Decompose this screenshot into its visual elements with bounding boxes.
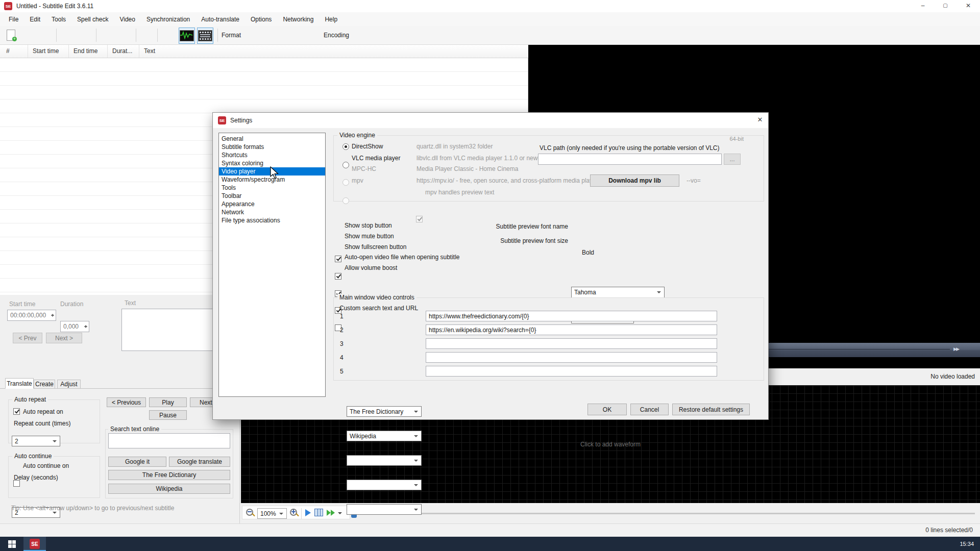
auto-continue-label[interactable]: Auto continue on <box>23 462 69 469</box>
search-row-5-engine[interactable] <box>347 504 422 515</box>
search-row-3-engine[interactable] <box>347 455 422 466</box>
taskbar-subtitle-edit-button[interactable]: SE <box>23 537 46 551</box>
duration-spinner[interactable]: 0,000 <box>60 321 89 332</box>
search-row-1-engine[interactable]: The Free Dictionary <box>347 406 422 417</box>
preview-font-name-select[interactable]: Tahoma <box>571 287 665 298</box>
category-appearance[interactable]: Appearance <box>219 200 325 208</box>
cancel-button[interactable]: Cancel <box>630 404 669 415</box>
waveform-zoom-select[interactable]: 100% <box>257 508 287 519</box>
play-waveform-icon[interactable] <box>305 509 311 516</box>
volume-boost-label[interactable]: Allow volume boost <box>345 264 397 271</box>
menu-auto-translate[interactable]: Auto-translate <box>195 16 245 23</box>
bold-label[interactable]: Bold <box>582 249 594 256</box>
minimize-button[interactable]: – <box>912 0 934 12</box>
download-mpv-button[interactable]: Download mpv lib <box>590 174 679 187</box>
dialog-title-bar[interactable]: SE Settings ✕ <box>213 113 768 128</box>
category-tools[interactable]: Tools <box>219 184 325 192</box>
show-stop-label[interactable]: Show stop button <box>345 222 392 229</box>
next-subtitle-button[interactable]: Next > <box>46 333 82 343</box>
wikipedia-button[interactable]: Wikipedia <box>108 484 230 494</box>
search-row-2-engine[interactable]: Wikipedia <box>347 431 422 441</box>
clock[interactable]: 15:34 <box>960 537 974 551</box>
google-translate-button[interactable]: Google translate <box>169 457 230 467</box>
new-file-icon[interactable]: + <box>4 29 17 42</box>
vlc-path-input[interactable] <box>538 154 722 165</box>
pause-button[interactable]: Pause <box>149 410 187 420</box>
show-fullscreen-label[interactable]: Show fullscreen button <box>345 243 406 251</box>
search-row-4-engine[interactable] <box>347 480 422 490</box>
position-slider-track[interactable] <box>352 513 975 514</box>
restore-defaults-button[interactable]: Restore default settings <box>672 404 750 415</box>
show-mute-checkbox[interactable] <box>335 273 341 280</box>
mpv-preview-checkbox[interactable] <box>416 216 423 222</box>
menu-options[interactable]: Options <box>245 16 277 23</box>
menu-spell-check[interactable]: Spell check <box>71 16 114 23</box>
toolbar-separator <box>56 29 57 42</box>
column-start-time[interactable]: Start time <box>28 45 69 58</box>
radio-directshow[interactable] <box>342 143 349 150</box>
column-text[interactable]: Text <box>139 45 528 58</box>
menu-video[interactable]: Video <box>114 16 140 23</box>
radio-mpc-hc[interactable] <box>342 179 349 186</box>
search-row-2-url[interactable]: https://en.wikipedia.org/wiki?search={0} <box>426 324 717 335</box>
category-toolbar[interactable]: Toolbar <box>219 192 325 200</box>
speed-dropdown-icon[interactable] <box>338 512 342 516</box>
tab-translate[interactable]: Translate <box>5 378 34 389</box>
search-row-1-url[interactable]: https://www.thefreedictionary.com/{0} <box>426 311 717 321</box>
category-shortcuts[interactable]: Shortcuts <box>219 151 325 159</box>
radio-mpv[interactable] <box>342 197 349 204</box>
menu-help[interactable]: Help <box>319 16 343 23</box>
vlc-path-browse-button[interactable]: ... <box>724 154 741 165</box>
auto-open-video-label[interactable]: Auto-open video file when opening subtit… <box>345 254 460 261</box>
previous-button[interactable]: < Previous <box>107 397 146 407</box>
fast-forward-icon[interactable]: ▶▶ <box>953 346 959 352</box>
column-duration[interactable]: Durat... <box>108 45 139 58</box>
dialog-close-button[interactable]: ✕ <box>752 113 768 128</box>
repeat-count-label: Repeat count (times) <box>14 420 70 427</box>
grid-view-icon[interactable] <box>314 509 323 516</box>
waveform-toggle-button[interactable] <box>179 28 195 44</box>
menu-tools[interactable]: Tools <box>46 16 71 23</box>
maximize-button[interactable]: ▢ <box>934 0 957 12</box>
prev-subtitle-button[interactable]: < Prev <box>13 333 42 343</box>
category-subtitle-formats[interactable]: Subtitle formats <box>219 143 325 151</box>
auto-repeat-checkbox[interactable] <box>13 408 20 415</box>
ok-button[interactable]: OK <box>587 404 627 415</box>
spin-down-icon[interactable] <box>84 326 87 330</box>
spin-down-icon[interactable] <box>51 315 54 318</box>
play-button[interactable]: Play <box>149 397 187 407</box>
menu-networking[interactable]: Networking <box>277 16 319 23</box>
auto-repeat-label[interactable]: Auto repeat on <box>23 408 63 415</box>
repeat-count-select[interactable]: 2 <box>12 436 60 446</box>
menu-edit[interactable]: Edit <box>24 16 46 23</box>
tab-create[interactable]: Create <box>34 380 55 389</box>
menu-file[interactable]: File <box>3 16 24 23</box>
radio-vlc[interactable] <box>342 162 349 168</box>
start-button[interactable] <box>0 537 23 551</box>
show-stop-checkbox[interactable] <box>335 256 341 262</box>
radio-vlc-label[interactable]: VLC media player <box>352 155 400 162</box>
start-time-spinner[interactable]: 00:00:00,000 <box>7 310 56 321</box>
video-toggle-button[interactable] <box>197 28 213 44</box>
dialog-title: Settings <box>230 113 252 128</box>
search-row-4-url[interactable] <box>426 352 717 363</box>
directshow-desc: quartz.dll in system32 folder <box>416 143 493 150</box>
column-end-time[interactable]: End time <box>69 45 108 58</box>
category-general[interactable]: General <box>219 135 325 143</box>
radio-directshow-label[interactable]: DirectShow <box>352 143 383 150</box>
category-file-type-associations[interactable]: File type associations <box>219 216 325 224</box>
show-mute-label[interactable]: Show mute button <box>345 233 394 240</box>
search-row-3-url[interactable] <box>426 338 717 349</box>
column-number[interactable]: # <box>0 45 28 58</box>
zoom-in-icon[interactable] <box>290 509 299 518</box>
search-row-5-url[interactable] <box>426 366 717 377</box>
search-row-5-num: 5 <box>340 368 344 375</box>
close-button[interactable]: ✕ <box>957 0 980 12</box>
google-it-button[interactable]: Google it <box>108 457 166 467</box>
tab-adjust[interactable]: Adjust <box>57 380 81 389</box>
search-text-input[interactable] <box>108 433 230 448</box>
menu-synchronization[interactable]: Synchronization <box>141 16 195 23</box>
zoom-out-icon[interactable] <box>246 509 255 518</box>
category-network[interactable]: Network <box>219 208 325 216</box>
free-dictionary-button[interactable]: The Free Dictionary <box>108 470 230 480</box>
